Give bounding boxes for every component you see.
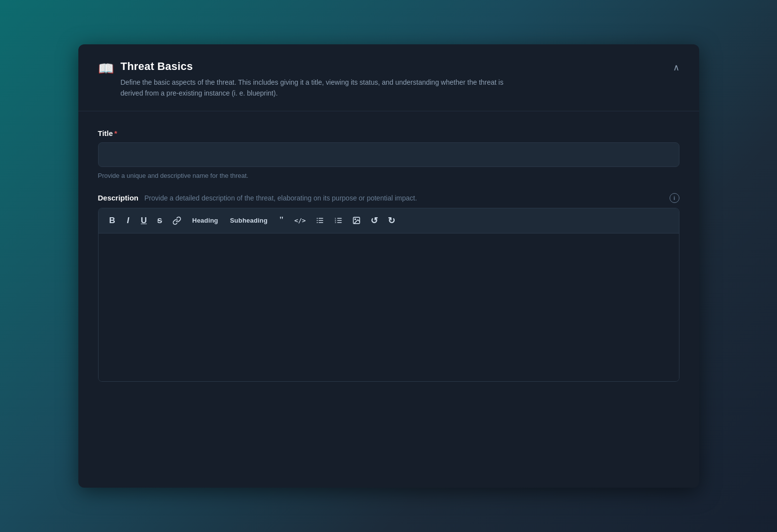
quote-button[interactable]: " [274, 213, 288, 228]
strikethrough-button[interactable]: S [153, 213, 167, 228]
subheading-button[interactable]: Subheading [225, 213, 272, 228]
title-input[interactable] [98, 142, 679, 167]
description-row: Description Provide a detailed descripti… [98, 193, 679, 203]
card-header: 📖 Threat Basics Define the basic aspects… [78, 44, 699, 111]
description-editor[interactable] [99, 233, 679, 381]
card-body: Title* Provide a unique and descriptive … [78, 111, 699, 401]
code-button[interactable]: </> [290, 213, 309, 228]
svg-point-5 [316, 222, 317, 223]
info-icon[interactable]: i [670, 193, 679, 203]
redo-button[interactable]: ↻ [384, 213, 399, 228]
underline-button[interactable]: U [137, 213, 151, 228]
editor-container: B I U S Heading Subheading " </> [98, 208, 679, 382]
svg-text:3: 3 [335, 221, 336, 224]
title-label: Title* [98, 129, 679, 137]
svg-point-4 [316, 220, 317, 221]
bullet-list-button[interactable] [312, 213, 328, 228]
header-text-block: Threat Basics Define the basic aspects o… [121, 60, 525, 99]
card-title: Threat Basics [121, 60, 525, 73]
numbered-list-button[interactable]: 1 2 3 [330, 213, 346, 228]
card-description: Define the basic aspects of the threat. … [121, 77, 525, 99]
italic-button[interactable]: I [121, 213, 135, 228]
required-indicator: * [114, 129, 117, 137]
description-label: Description [98, 194, 139, 202]
link-button[interactable] [169, 213, 185, 228]
description-field-group: Description Provide a detailed descripti… [98, 193, 679, 382]
collapse-icon[interactable]: ∧ [673, 62, 679, 73]
svg-point-13 [355, 219, 356, 220]
title-field-group: Title* Provide a unique and descriptive … [98, 129, 679, 179]
undo-button[interactable]: ↺ [367, 213, 382, 228]
heading-button[interactable]: Heading [187, 213, 223, 228]
book-icon: 📖 [98, 61, 114, 76]
main-card: 📖 Threat Basics Define the basic aspects… [78, 44, 699, 488]
image-button[interactable] [348, 213, 365, 228]
header-left: 📖 Threat Basics Define the basic aspects… [98, 60, 525, 99]
description-hint: Provide a detailed description of the th… [144, 194, 663, 202]
editor-toolbar: B I U S Heading Subheading " </> [99, 208, 679, 233]
bold-button[interactable]: B [105, 213, 119, 228]
title-hint: Provide a unique and descriptive name fo… [98, 172, 679, 179]
svg-point-3 [316, 218, 317, 219]
